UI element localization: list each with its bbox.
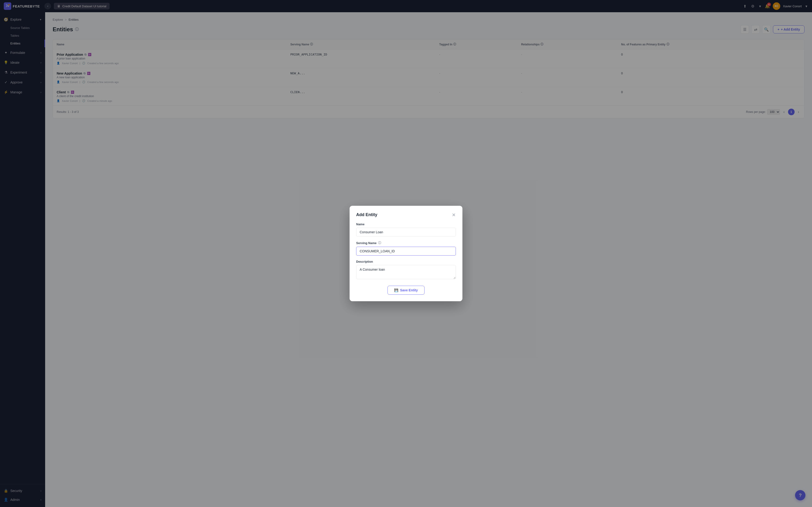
- add-entity-modal: Add Entity ✕ Name Serving Name ⓘ Descrip…: [350, 206, 462, 301]
- modal-close-button[interactable]: ✕: [452, 213, 456, 217]
- description-textarea[interactable]: A Consumer loan: [356, 265, 456, 279]
- name-input[interactable]: [356, 228, 456, 237]
- serving-name-label-help-icon[interactable]: ⓘ: [378, 241, 381, 245]
- form-group-serving-name: Serving Name ⓘ: [356, 241, 456, 256]
- form-group-name: Name: [356, 222, 456, 237]
- description-label: Description: [356, 260, 456, 263]
- serving-name-label: Serving Name ⓘ: [356, 241, 456, 245]
- save-icon: 💾: [394, 288, 398, 292]
- name-label: Name: [356, 222, 456, 226]
- modal-title: Add Entity: [356, 212, 377, 217]
- form-group-description: Description A Consumer loan: [356, 260, 456, 280]
- modal-footer: 💾 Save Entity: [356, 286, 456, 295]
- save-entity-button[interactable]: 💾 Save Entity: [387, 286, 425, 295]
- modal-overlay[interactable]: Add Entity ✕ Name Serving Name ⓘ Descrip…: [0, 0, 812, 507]
- serving-name-input[interactable]: [356, 247, 456, 256]
- modal-header: Add Entity ✕: [356, 212, 456, 217]
